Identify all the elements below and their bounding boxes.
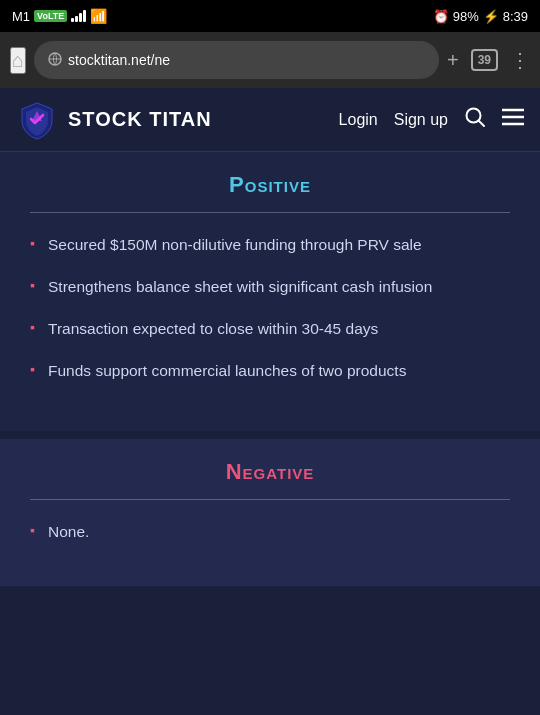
- nav-bar: STOCK TITAN Login Sign up: [0, 88, 540, 152]
- negative-bullet-list: None.: [30, 520, 510, 544]
- tab-count[interactable]: 39: [471, 49, 498, 71]
- list-item: None.: [30, 520, 510, 544]
- volte-badge: VoLTE: [34, 10, 67, 22]
- browser-actions: + 39 ⋮: [447, 48, 530, 72]
- wifi-icon: 📶: [90, 8, 107, 24]
- logo-text: STOCK TITAN: [68, 108, 212, 131]
- alarm-icon: ⏰: [433, 9, 449, 24]
- signup-link[interactable]: Sign up: [394, 111, 448, 129]
- positive-divider: [30, 212, 510, 213]
- more-menu-button[interactable]: ⋮: [510, 48, 530, 72]
- negative-section: Negative None.: [0, 439, 540, 586]
- status-right: ⏰ 98% ⚡ 8:39: [433, 9, 528, 24]
- battery-level: 98%: [453, 9, 479, 24]
- status-left: M1 VoLTE 📶: [12, 8, 107, 24]
- list-item: Secured $150M non-dilutive funding throu…: [30, 233, 510, 257]
- list-item: Funds support commercial launches of two…: [30, 359, 510, 383]
- url-bar[interactable]: stocktitan.net/ne: [34, 41, 439, 79]
- positive-section: Positive Secured $150M non-dilutive fund…: [0, 152, 540, 431]
- svg-line-3: [479, 121, 485, 127]
- nav-links: Login Sign up: [339, 106, 524, 133]
- browser-chrome: ⌂ stocktitan.net/ne + 39 ⋮: [0, 32, 540, 88]
- add-tab-button[interactable]: +: [447, 49, 459, 72]
- search-button[interactable]: [464, 106, 486, 133]
- list-item: Strengthens balance sheet with significa…: [30, 275, 510, 299]
- logo-area: STOCK TITAN: [16, 99, 339, 141]
- signal-strength: [71, 10, 86, 22]
- url-text: stocktitan.net/ne: [68, 52, 425, 68]
- positive-bullet-list: Secured $150M non-dilutive funding throu…: [30, 233, 510, 383]
- home-button[interactable]: ⌂: [10, 47, 26, 74]
- menu-button[interactable]: [502, 108, 524, 131]
- status-bar: M1 VoLTE 📶 ⏰ 98% ⚡ 8:39: [0, 0, 540, 32]
- negative-divider: [30, 499, 510, 500]
- list-item: Transaction expected to close within 30-…: [30, 317, 510, 341]
- login-link[interactable]: Login: [339, 111, 378, 129]
- positive-title: Positive: [30, 172, 510, 198]
- clock: 8:39: [503, 9, 528, 24]
- charging-icon: ⚡: [483, 9, 499, 24]
- carrier-label: M1: [12, 9, 30, 24]
- logo-icon: [16, 99, 58, 141]
- negative-title: Negative: [30, 459, 510, 485]
- url-icon: [48, 52, 62, 69]
